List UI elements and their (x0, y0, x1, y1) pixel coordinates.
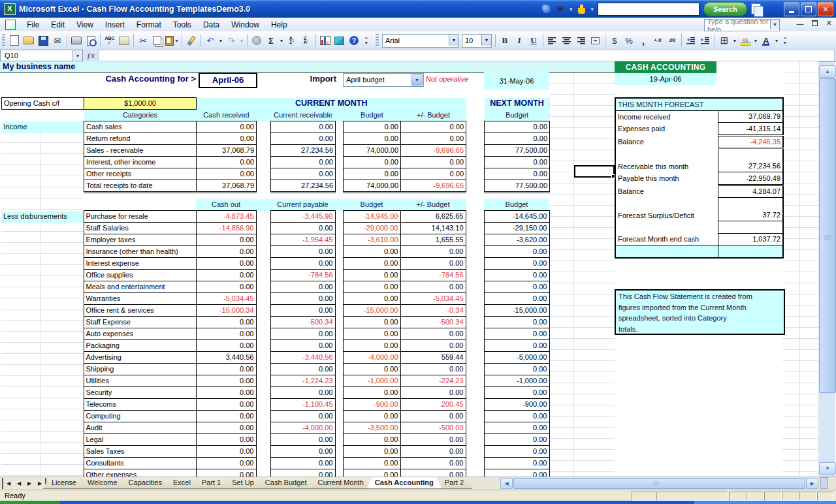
sheet-tab-part-1[interactable]: Part 1 (193, 477, 229, 489)
value-cell[interactable]: 0.00 (485, 157, 550, 168)
save-button[interactable] (37, 34, 50, 47)
category-cell[interactable]: Security (84, 387, 196, 399)
fill-color-button[interactable]: ▨ (739, 34, 752, 47)
value-cell[interactable]: 0.00 (270, 446, 335, 458)
section-label[interactable]: Less disbursements (1, 211, 84, 223)
browser-plugin-icon[interactable] (541, 4, 551, 14)
sheet-tab-license[interactable]: License (43, 477, 85, 489)
category-cell[interactable]: Legal (84, 434, 196, 446)
import-dropdown[interactable]: April budget▼ (343, 73, 424, 87)
value-cell[interactable]: 0.00 (196, 234, 256, 246)
value-cell[interactable]: -900.00 (484, 399, 549, 411)
value-cell[interactable]: -1,100.45 (270, 399, 335, 411)
horizontal-scroll-thumb[interactable] (513, 478, 805, 489)
category-cell[interactable]: Utilities (84, 375, 196, 387)
value-cell[interactable]: 0.00 (196, 281, 256, 293)
value-cell[interactable]: -14,945.00 (343, 211, 400, 223)
spelling-button[interactable]: ABC✓ (103, 34, 116, 47)
value-cell[interactable]: -15,000.00 (343, 305, 400, 317)
category-cell[interactable]: Packaging (84, 340, 196, 352)
hyperlink-button[interactable] (250, 34, 263, 47)
col-header-plusminus-budget[interactable]: +/- Budget (401, 110, 466, 121)
vertical-scroll-thumb[interactable] (819, 78, 836, 393)
value-cell[interactable]: -5,034.45 (196, 293, 256, 305)
tab-split-handle[interactable] (820, 477, 828, 489)
value-cell[interactable]: -1,000.00 (343, 375, 400, 387)
value-cell[interactable]: 0.00 (196, 270, 256, 281)
value-cell[interactable]: -3,620.00 (484, 234, 549, 246)
value-cell[interactable]: -0.34 (400, 305, 466, 317)
value-cell[interactable]: 0.00 (400, 446, 466, 458)
value-cell[interactable]: 0.00 (343, 317, 400, 328)
value-cell[interactable]: 0.00 (484, 328, 549, 340)
comma-style-button[interactable]: , (637, 34, 650, 47)
forecast-value[interactable]: -4,246.35 (718, 135, 783, 148)
value-cell[interactable]: 6,625.65 (400, 211, 466, 223)
value-cell[interactable]: 0.00 (400, 364, 466, 375)
value-cell[interactable]: -29,000.00 (343, 223, 400, 234)
value-cell[interactable]: 1,655.55 (400, 234, 466, 246)
value-cell[interactable]: -784.56 (270, 270, 335, 281)
value-cell[interactable]: 0.00 (484, 270, 549, 281)
value-cell[interactable]: -1,000.00 (484, 375, 549, 387)
font-size-combo[interactable]: 10▼ (462, 34, 492, 48)
next-sheet-icon[interactable]: ▶ (24, 478, 35, 489)
category-cell[interactable]: Shipping (84, 364, 196, 375)
forecast-label[interactable] (615, 148, 718, 161)
col-header-cash-received[interactable]: Cash received (197, 110, 257, 121)
scroll-left-icon[interactable]: ◀ (500, 478, 513, 489)
value-cell[interactable]: 0.00 (197, 157, 257, 168)
bold-button[interactable]: B (498, 34, 511, 47)
align-center-button[interactable] (560, 34, 573, 47)
value-cell[interactable]: 0.00 (400, 387, 466, 399)
value-cell[interactable]: 0.00 (196, 340, 256, 352)
undo-button[interactable]: ↶ (204, 34, 217, 47)
value-cell[interactable]: 0.00 (270, 458, 335, 469)
value-cell[interactable]: 0.00 (484, 293, 549, 305)
scroll-up-icon[interactable]: ▲ (819, 65, 836, 78)
business-name-cell[interactable]: My business name (0, 61, 617, 73)
value-cell[interactable]: 0.00 (270, 281, 335, 293)
category-cell[interactable]: Auto expenses (84, 328, 196, 340)
value-cell[interactable]: 0.00 (270, 411, 335, 422)
forecast-label[interactable]: Forecast Surplus/Deficit (615, 210, 718, 221)
value-cell[interactable]: 0.00 (400, 328, 466, 340)
new-button[interactable] (8, 34, 21, 47)
value-cell[interactable]: 0.00 (196, 446, 256, 458)
value-cell[interactable]: 0.00 (343, 328, 400, 340)
value-cell[interactable]: 0.00 (343, 364, 400, 375)
selected-cell-q10[interactable] (574, 165, 615, 178)
value-cell[interactable]: -15,000.00 (484, 305, 549, 317)
value-cell[interactable]: 0.00 (271, 168, 336, 180)
value-cell[interactable]: 37,068.79 (197, 180, 257, 193)
value-cell[interactable]: 0.00 (401, 157, 466, 168)
category-cell[interactable]: Employer taxes (84, 234, 196, 246)
value-cell[interactable]: 0.00 (484, 246, 549, 258)
value-cell[interactable]: 0.00 (197, 168, 257, 180)
help-question-box[interactable]: Type a question for help▼ (704, 19, 780, 31)
sheet-tab-excel[interactable]: Excel (165, 477, 199, 489)
value-cell[interactable]: -500.00 (400, 422, 466, 434)
value-cell[interactable]: -3,500.00 (343, 422, 400, 434)
value-cell[interactable]: -900.00 (343, 399, 400, 411)
value-cell[interactable]: 0.00 (401, 121, 466, 133)
open-button[interactable] (22, 34, 35, 47)
font-color-dropdown-icon[interactable]: ▼ (774, 34, 779, 47)
col-header-budget[interactable]: Budget (344, 110, 401, 121)
opening-cash-value-cell[interactable]: $1,000.00 (84, 98, 197, 110)
scroll-down-icon[interactable]: ▼ (819, 462, 836, 475)
mail-dropdown-icon[interactable]: ▾ (570, 6, 573, 12)
autosum-button[interactable]: Σ (265, 34, 278, 47)
category-cell[interactable]: Return refund (84, 133, 197, 145)
col-header-current-payable[interactable]: Current payable (270, 199, 335, 211)
col-header-categories[interactable]: Categories (84, 110, 197, 121)
value-cell[interactable]: 0.00 (197, 133, 257, 145)
aim-icon[interactable] (577, 4, 587, 14)
restore-button[interactable] (801, 2, 816, 16)
percent-style-button[interactable]: % (622, 34, 635, 47)
close-button[interactable]: ✕ (818, 2, 833, 16)
align-right-button[interactable] (575, 34, 588, 47)
value-cell[interactable]: 74,000.00 (344, 180, 401, 193)
current-month-header-cell[interactable]: CURRENT MONTH (197, 98, 466, 110)
value-cell[interactable]: 0.00 (484, 469, 549, 477)
